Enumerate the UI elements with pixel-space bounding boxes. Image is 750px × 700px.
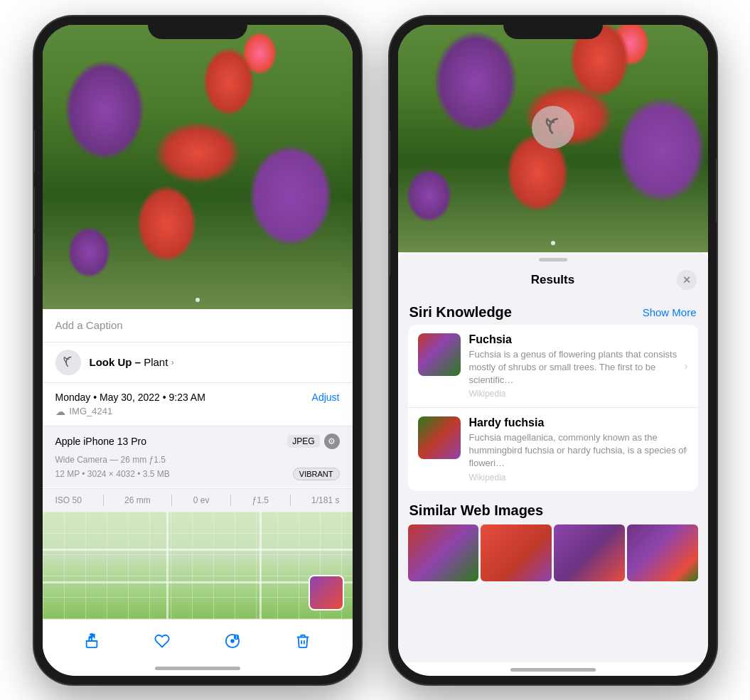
hardy-desc: Fuchsia magellanica, commonly known as t… xyxy=(469,431,688,470)
camera-info: Wide Camera — 26 mm ƒ1.5 xyxy=(55,455,340,465)
home-indicator-left xyxy=(155,667,240,670)
svg-point-2 xyxy=(230,639,235,643)
knowledge-item-fuchsia[interactable]: Fuchsia Fuchsia is a genus of flowering … xyxy=(408,325,698,409)
look-up-chevron: › xyxy=(171,357,173,367)
left-phone: Add a Caption Look Up – Plant › Mon xyxy=(34,16,361,684)
photo-area-right[interactable] xyxy=(398,25,708,252)
knowledge-card: Fuchsia Fuchsia is a genus of flowering … xyxy=(408,325,698,491)
file-info: 12 MP • 3024 × 4032 • 3.5 MB xyxy=(55,469,170,479)
look-up-label: Look Up – Plant xyxy=(90,356,168,368)
exif-f: ƒ1.5 xyxy=(252,495,269,505)
visual-look-btn[interactable] xyxy=(532,106,574,149)
siri-knowledge-title: Siri Knowledge xyxy=(409,304,512,321)
caption-area[interactable]: Add a Caption xyxy=(43,309,353,343)
delete-icon xyxy=(295,633,311,649)
device-name: Apple iPhone 13 Pro xyxy=(55,436,146,447)
page-dot-left xyxy=(195,298,200,302)
flower-overlay-left xyxy=(43,25,353,309)
meta-filename-text: IMG_4241 xyxy=(70,406,113,416)
meta-adjust-btn[interactable]: Adjust xyxy=(312,392,340,403)
share-icon xyxy=(84,633,100,649)
siri-knowledge-header: Siri Knowledge Show More xyxy=(398,297,708,325)
exif-mm: 26 mm xyxy=(124,495,151,505)
share-btn[interactable] xyxy=(79,628,105,654)
left-phone-screen: Add a Caption Look Up – Plant › Mon xyxy=(43,25,353,676)
fuchsia-source: Wikipedia xyxy=(469,389,688,399)
like-btn[interactable] xyxy=(149,628,175,654)
results-handle[interactable] xyxy=(539,258,567,262)
close-btn[interactable]: ✕ xyxy=(677,270,697,290)
cloud-icon: ☁ xyxy=(55,406,65,417)
hardy-content: Hardy fuchsia Fuchsia magellanica, commo… xyxy=(469,416,688,483)
exif-ev: 0 ev xyxy=(193,495,210,505)
info-btn[interactable]: i xyxy=(220,628,245,654)
heart-icon xyxy=(154,633,170,649)
map-road-h2 xyxy=(43,581,353,583)
jpeg-badge: JPEG xyxy=(287,435,319,448)
knowledge-item-hardy[interactable]: Hardy fuchsia Fuchsia magellanica, commo… xyxy=(408,408,698,491)
exif-iso: ISO 50 xyxy=(55,495,82,505)
similar-img-2[interactable] xyxy=(481,524,552,581)
settings-icon[interactable]: ⚙ xyxy=(324,434,340,449)
hardy-thumbnail xyxy=(418,416,461,459)
siri-icon xyxy=(55,350,81,375)
exif-divider-3 xyxy=(230,495,231,506)
similar-images xyxy=(398,524,708,581)
fuchsia-name: Fuchsia xyxy=(469,333,688,346)
exif-divider-2 xyxy=(171,495,172,506)
vibrant-badge: VIBRANT xyxy=(293,468,340,480)
similar-header: Similar Web Images xyxy=(398,492,708,524)
fuchsia-desc: Fuchsia is a genus of flowering plants t… xyxy=(469,348,688,387)
visual-lookup-leaf-icon xyxy=(543,117,563,137)
map-road-h1 xyxy=(43,549,353,551)
results-header: Results ✕ xyxy=(398,264,708,297)
dot-indicator-right xyxy=(551,241,555,245)
look-up-row[interactable]: Look Up – Plant › xyxy=(43,343,353,383)
map-road-v2 xyxy=(259,512,262,619)
photo-area-left[interactable] xyxy=(43,25,353,309)
exif-shutter: 1/181 s xyxy=(311,495,339,505)
leaf-icon-left xyxy=(62,356,75,369)
right-phone-screen: Results ✕ Siri Knowledge Show More Fuchs… xyxy=(398,25,708,676)
phones-container: Add a Caption Look Up – Plant › Mon xyxy=(34,16,717,684)
meta-date: Monday • May 30, 2022 • 9:23 AM xyxy=(55,392,205,403)
fuchsia-thumbnail xyxy=(418,333,461,376)
left-toolbar: i xyxy=(43,619,353,662)
map-road-v1 xyxy=(166,512,168,619)
map-grid xyxy=(43,512,353,619)
svg-text:i: i xyxy=(236,635,237,640)
hardy-name: Hardy fuchsia xyxy=(469,416,688,429)
caption-placeholder[interactable]: Add a Caption xyxy=(55,319,123,331)
exif-row: ISO 50 26 mm 0 ev ƒ1.5 1/181 s xyxy=(43,488,353,512)
home-indicator-right xyxy=(510,668,596,672)
device-section: Apple iPhone 13 Pro JPEG ⚙ Wide Camera —… xyxy=(43,426,353,488)
fuchsia-chevron: › xyxy=(685,360,688,372)
right-phone: Results ✕ Siri Knowledge Show More Fuchs… xyxy=(390,16,717,684)
exif-divider-1 xyxy=(103,495,104,506)
badges: JPEG ⚙ xyxy=(287,434,339,449)
hardy-source: Wikipedia xyxy=(469,473,688,483)
results-panel: Results ✕ Siri Knowledge Show More Fuchs… xyxy=(398,252,708,662)
phone-notch-left xyxy=(148,16,247,39)
fuchsia-content: Fuchsia Fuchsia is a genus of flowering … xyxy=(469,333,688,399)
phone-notch-right xyxy=(503,16,603,39)
similar-img-3[interactable] xyxy=(554,524,625,581)
similar-title: Similar Web Images xyxy=(409,502,544,518)
info-icon: i xyxy=(225,633,240,649)
exif-divider-4 xyxy=(290,495,291,506)
results-title: Results xyxy=(429,273,677,287)
show-more-btn[interactable]: Show More xyxy=(643,306,697,318)
similar-img-4[interactable] xyxy=(627,524,698,581)
map-thumbnail xyxy=(309,575,344,610)
meta-section: Monday • May 30, 2022 • 9:23 AM Adjust ☁… xyxy=(43,383,353,426)
map-area[interactable] xyxy=(43,512,353,619)
delete-btn[interactable] xyxy=(290,628,316,654)
similar-img-1[interactable] xyxy=(408,524,479,581)
hardy-chevron: › xyxy=(685,443,688,455)
